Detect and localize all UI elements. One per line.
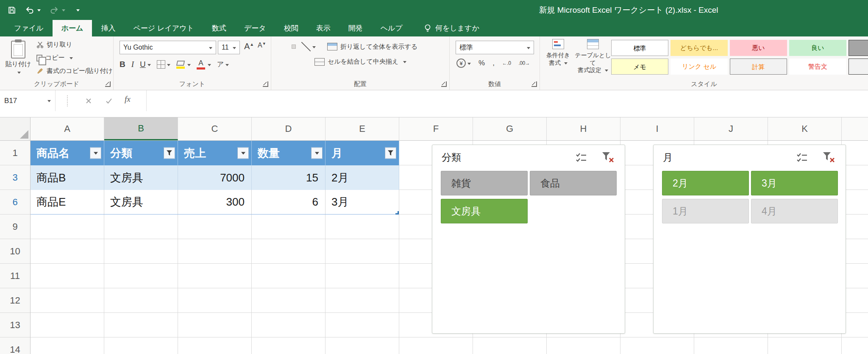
- borders-button[interactable]: [157, 60, 170, 69]
- filter-button-month[interactable]: [385, 148, 396, 159]
- phonetic-guide-button[interactable]: ア: [217, 60, 229, 69]
- cell-c6[interactable]: 300: [178, 190, 252, 214]
- font-color-caret-icon[interactable]: [208, 64, 211, 68]
- multi-select-icon[interactable]: [575, 152, 587, 165]
- comma-style-button[interactable]: ,: [492, 59, 495, 67]
- filter-button-sales[interactable]: [237, 148, 249, 159]
- cell-e3[interactable]: 2月: [326, 165, 399, 190]
- clipboard-dialog-launcher-icon[interactable]: [105, 81, 111, 87]
- cancel-button[interactable]: [83, 95, 94, 106]
- cell-style-calculation[interactable]: 計算: [730, 59, 787, 75]
- row-header-6[interactable]: 6: [0, 190, 30, 215]
- tab-help[interactable]: ヘルプ: [372, 20, 412, 36]
- tab-page-layout[interactable]: ページ レイアウト: [124, 20, 203, 36]
- qat-customize-button[interactable]: [75, 8, 80, 12]
- merge-center-button[interactable]: セルを結合して中央揃え: [314, 58, 406, 66]
- font-dialog-launcher-icon[interactable]: [263, 81, 268, 87]
- font-size-select[interactable]: 11: [218, 41, 240, 54]
- align-bottom-button[interactable]: [292, 45, 296, 49]
- redo-caret-icon[interactable]: [62, 9, 65, 13]
- cell-b6[interactable]: 文房具: [104, 190, 178, 214]
- name-box[interactable]: B17: [0, 90, 56, 111]
- cell-style-bad[interactable]: 悪い: [730, 40, 787, 56]
- align-center-button[interactable]: [284, 60, 288, 64]
- align-left-button[interactable]: [276, 60, 281, 64]
- column-header-e[interactable]: E: [326, 117, 399, 140]
- table-resize-handle[interactable]: [395, 211, 399, 215]
- filter-button-product[interactable]: [90, 148, 101, 159]
- cell-style-linked-cell[interactable]: リンク セル: [670, 59, 728, 75]
- format-painter-button[interactable]: 書式のコピー/貼り付け: [36, 67, 113, 75]
- row-header-3[interactable]: 3: [0, 165, 30, 190]
- save-button[interactable]: [8, 6, 16, 14]
- percent-style-button[interactable]: %: [479, 59, 485, 67]
- filter-button-quantity[interactable]: [311, 148, 323, 159]
- decrease-decimal-button[interactable]: .00→: [518, 60, 530, 66]
- formula-input[interactable]: [146, 90, 868, 111]
- row-header-9[interactable]: 9: [0, 215, 30, 239]
- row-header-10[interactable]: 10: [0, 239, 30, 264]
- slicer-item-apr[interactable]: 4月: [751, 199, 838, 223]
- tab-review[interactable]: 校閲: [275, 20, 307, 36]
- cell-style-warning-text[interactable]: 警告文: [789, 59, 846, 75]
- clear-filter-icon[interactable]: [822, 151, 835, 165]
- slicer-item-feb[interactable]: 2月: [662, 171, 749, 195]
- cell-d3[interactable]: 15: [252, 165, 326, 190]
- enter-button[interactable]: [103, 95, 114, 106]
- font-family-select[interactable]: Yu Gothic: [120, 41, 216, 54]
- shrink-font-button[interactable]: A▼: [258, 42, 266, 49]
- cell-style-partial-top[interactable]: [849, 40, 868, 56]
- column-header-j[interactable]: J: [694, 117, 768, 140]
- italic-button[interactable]: I: [131, 60, 134, 69]
- copy-button[interactable]: コピー: [36, 54, 113, 62]
- clear-filter-icon[interactable]: [601, 151, 615, 165]
- grow-font-button[interactable]: A▲: [244, 42, 254, 51]
- column-header-c[interactable]: C: [178, 117, 252, 140]
- cut-button[interactable]: 切り取り: [36, 41, 113, 49]
- tab-insert[interactable]: 挿入: [92, 20, 124, 36]
- column-header-i[interactable]: I: [620, 117, 694, 140]
- accounting-format-button[interactable]: ¥: [456, 59, 471, 68]
- row-header-1[interactable]: 1: [0, 141, 30, 165]
- cell-c3[interactable]: 7000: [178, 165, 252, 190]
- column-header-f[interactable]: F: [399, 117, 473, 140]
- format-as-table-button[interactable]: テーブルとして 書式設定: [575, 39, 611, 74]
- column-header-a[interactable]: A: [31, 117, 104, 140]
- alignment-dialog-launcher-icon[interactable]: [441, 81, 447, 87]
- slicer-item-bunbougu[interactable]: 文房具: [441, 199, 528, 223]
- cell-a6[interactable]: 商品E: [31, 190, 104, 214]
- undo-button[interactable]: [25, 6, 41, 14]
- tell-me-box[interactable]: 何をしますか: [423, 20, 479, 36]
- filter-button-category[interactable]: [164, 148, 175, 159]
- column-header-h[interactable]: H: [547, 117, 620, 140]
- wrap-text-button[interactable]: 折り返して全体を表示する: [327, 43, 417, 51]
- fill-color-button[interactable]: [176, 61, 185, 69]
- slicer-item-zakka[interactable]: 雑貨: [441, 171, 528, 195]
- font-color-button[interactable]: A: [197, 59, 205, 70]
- undo-caret-icon[interactable]: [37, 9, 41, 13]
- column-header-k[interactable]: K: [768, 117, 842, 140]
- cell-style-good[interactable]: 良い: [789, 40, 846, 56]
- paste-button[interactable]: 貼り付け: [4, 40, 32, 81]
- column-header-b[interactable]: B: [104, 117, 178, 140]
- row-header-12[interactable]: 12: [0, 288, 30, 313]
- table-header-month[interactable]: 月: [326, 141, 399, 165]
- insert-function-button[interactable]: fx: [125, 95, 131, 104]
- tab-data[interactable]: データ: [235, 20, 275, 36]
- fill-color-caret-icon[interactable]: [187, 64, 191, 68]
- orientation-button[interactable]: [299, 40, 318, 53]
- row-header-11[interactable]: 11: [0, 264, 30, 288]
- number-format-select[interactable]: 標準: [456, 41, 534, 54]
- align-top-button[interactable]: [276, 45, 281, 49]
- cell-e6[interactable]: 3月: [326, 190, 399, 214]
- slicer-item-jan[interactable]: 1月: [662, 199, 749, 223]
- number-dialog-launcher-icon[interactable]: [531, 81, 537, 87]
- bold-button[interactable]: B: [120, 60, 125, 69]
- tab-developer[interactable]: 開発: [339, 20, 372, 36]
- redo-button[interactable]: [50, 6, 65, 14]
- align-middle-button[interactable]: [284, 45, 288, 49]
- increase-decimal-button[interactable]: ←.0: [502, 60, 511, 66]
- cell-a3[interactable]: 商品B: [31, 165, 104, 190]
- align-right-button[interactable]: [292, 60, 296, 64]
- table-header-quantity[interactable]: 数量: [252, 141, 326, 165]
